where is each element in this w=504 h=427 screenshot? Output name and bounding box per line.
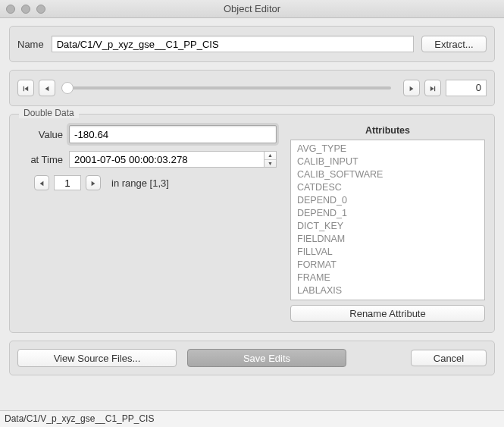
- attribute-item[interactable]: CALIB_INPUT: [291, 155, 484, 168]
- name-label: Name: [17, 39, 44, 50]
- playback-slider[interactable]: [67, 86, 391, 89]
- name-input[interactable]: [52, 36, 414, 52]
- playback-section: 0: [9, 70, 495, 106]
- time-stepper[interactable]: ▲ ▼: [265, 151, 277, 168]
- svg-marker-4: [430, 86, 434, 90]
- svg-marker-2: [45, 86, 49, 90]
- range-index-input[interactable]: [54, 175, 81, 190]
- rename-attribute-button[interactable]: Rename Attribute: [290, 305, 485, 322]
- range-next-button[interactable]: [86, 175, 101, 190]
- status-bar: Data/C1/V_p_xyz_gse__C1_PP_CIS: [0, 410, 504, 427]
- attribute-item[interactable]: DICT_KEY: [291, 220, 484, 233]
- view-source-files-button[interactable]: View Source Files...: [17, 349, 177, 367]
- range-text: in range [1,3]: [111, 177, 169, 189]
- attribute-item[interactable]: LABLAXIS: [291, 284, 484, 297]
- triangle-right-icon: [90, 181, 96, 187]
- triangle-right-icon: [409, 86, 415, 92]
- window-title: Object Editor: [0, 3, 504, 14]
- attribute-item[interactable]: CATDESC: [291, 181, 484, 194]
- time-label: at Time: [19, 154, 63, 165]
- triangle-left-icon: [44, 86, 50, 92]
- attribute-item[interactable]: CALIB_SOFTWARE: [291, 168, 484, 181]
- chevron-up-icon: ▲: [265, 152, 276, 160]
- value-label: Value: [19, 129, 63, 140]
- playback-counter[interactable]: 0: [446, 80, 487, 96]
- attribute-item[interactable]: FRAME: [291, 272, 484, 284]
- skip-end-button[interactable]: [424, 80, 441, 96]
- svg-marker-7: [92, 181, 95, 185]
- step-forward-button[interactable]: [403, 80, 420, 96]
- titlebar: Object Editor: [0, 0, 504, 18]
- svg-rect-0: [23, 86, 24, 90]
- value-input[interactable]: [69, 125, 277, 143]
- step-back-button[interactable]: [39, 80, 55, 96]
- skip-start-button[interactable]: [17, 80, 34, 96]
- svg-marker-1: [24, 86, 28, 90]
- attributes-list[interactable]: AVG_TYPECALIB_INPUTCALIB_SOFTWARECATDESC…: [290, 140, 485, 300]
- triangle-left-icon: [39, 181, 45, 187]
- attribute-item[interactable]: DEPEND_0: [291, 194, 484, 207]
- value-panel: Value at Time ▲ ▼: [19, 125, 277, 322]
- skip-start-icon: [23, 86, 29, 92]
- attribute-item[interactable]: FORMAT: [291, 259, 484, 272]
- double-data-fieldset: Double Data Value at Time ▲ ▼: [9, 114, 495, 333]
- attribute-item[interactable]: FIELDNAM: [291, 233, 484, 246]
- chevron-down-icon: ▼: [265, 160, 276, 168]
- cancel-button[interactable]: Cancel: [411, 350, 487, 366]
- svg-rect-5: [434, 86, 435, 90]
- svg-marker-3: [410, 86, 414, 90]
- skip-end-icon: [430, 86, 436, 92]
- attribute-item[interactable]: AVG_TYPE: [291, 143, 484, 155]
- name-section: Name Extract...: [9, 26, 495, 62]
- extract-button[interactable]: Extract...: [421, 36, 487, 52]
- svg-marker-6: [40, 181, 44, 185]
- range-prev-button[interactable]: [34, 175, 49, 190]
- double-data-legend: Double Data: [19, 108, 79, 118]
- slider-thumb[interactable]: [61, 82, 74, 94]
- attribute-item[interactable]: DEPEND_1: [291, 207, 484, 220]
- save-edits-button[interactable]: Save Edits: [187, 349, 346, 367]
- bottom-bar: View Source Files... Save Edits Cancel: [9, 341, 495, 375]
- time-input[interactable]: [69, 151, 265, 168]
- attribute-item[interactable]: FILLVAL: [291, 246, 484, 259]
- attributes-panel: Attributes AVG_TYPECALIB_INPUTCALIB_SOFT…: [290, 125, 485, 322]
- attributes-header: Attributes: [290, 125, 485, 136]
